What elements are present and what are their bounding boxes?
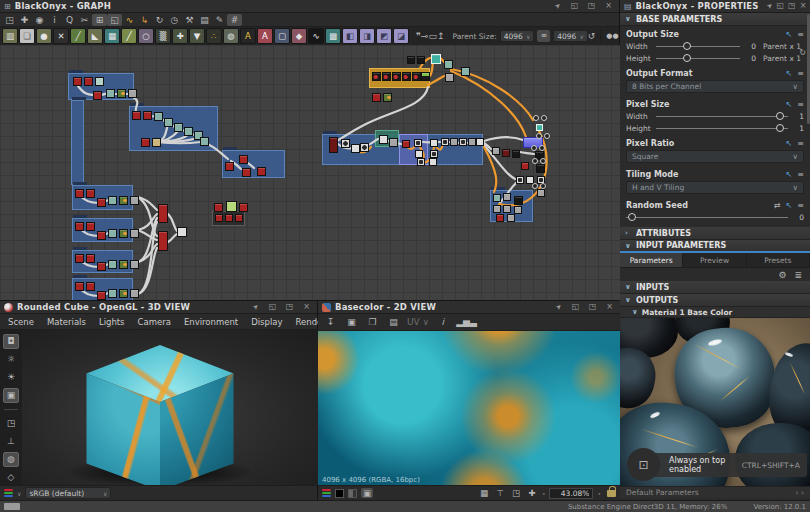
camera-view-icon[interactable]: ◘ [3, 334, 19, 349]
node-palette-icon[interactable]: ◨ [359, 28, 375, 44]
node-palette-icon[interactable]: ○ [138, 28, 154, 44]
graph-node[interactable] [450, 138, 458, 146]
graph-node[interactable] [93, 91, 102, 100]
graph-node[interactable] [174, 123, 183, 132]
graph-node[interactable] [235, 214, 243, 222]
snapshot-icon[interactable]: ▣ [3, 388, 19, 403]
node-palette-icon[interactable]: ∴ [206, 28, 222, 44]
output-format-dropdown[interactable]: 8 Bits per Channel ∨ [626, 80, 804, 93]
image-mode-icon[interactable]: ▤ [386, 316, 401, 328]
graph-node[interactable] [516, 176, 524, 184]
restore-icon[interactable]: ◱ [266, 301, 279, 313]
node-palette-icon[interactable]: ❏ [19, 28, 35, 44]
graph-node[interactable] [412, 72, 421, 81]
pan-icon[interactable]: ✚ [526, 488, 538, 498]
tab-presets[interactable]: Presets [747, 253, 810, 267]
graph-node[interactable] [177, 227, 187, 237]
section-base-parameters[interactable]: ∨ BASE PARAMETERS [620, 13, 810, 26]
view3d-viewport[interactable] [0, 330, 318, 486]
graph-node[interactable] [86, 222, 95, 231]
graph-node[interactable] [86, 254, 95, 263]
graph-node[interactable] [97, 262, 106, 271]
graph-node[interactable] [225, 162, 234, 171]
graph-node[interactable] [536, 124, 543, 131]
graph-node[interactable] [533, 115, 539, 121]
thumbnails-icon[interactable]: ▤ [197, 14, 212, 26]
graph-node[interactable] [503, 205, 511, 213]
graph-view-icon[interactable]: ⊞ [92, 14, 107, 26]
node-palette-icon[interactable]: ▥ [2, 28, 18, 44]
graph-node[interactable] [141, 138, 150, 147]
graph-node[interactable] [492, 147, 500, 155]
graph-node[interactable] [514, 206, 522, 214]
graph-node[interactable] [257, 167, 266, 176]
graph-node[interactable] [459, 138, 467, 146]
graph-canvas[interactable] [0, 45, 620, 300]
graph-node[interactable] [496, 214, 504, 222]
expose-parameter-icon[interactable]: ↖ [786, 30, 793, 39]
node-palette-icon[interactable]: ▩ [325, 28, 341, 44]
maximize-icon[interactable]: ◳ [283, 301, 296, 313]
graph-node[interactable] [512, 150, 520, 158]
graph-node[interactable] [382, 72, 391, 81]
graph-node[interactable] [341, 139, 350, 148]
material-base-color-header[interactable]: ∨ Material 1 Base Color [620, 307, 810, 318]
graph-node[interactable] [108, 289, 117, 298]
menu-scene[interactable]: Scene [8, 317, 34, 327]
node-palette-icon[interactable]: A [240, 28, 256, 44]
background-gray-swatch[interactable] [348, 489, 357, 498]
graph-node[interactable] [73, 77, 82, 86]
screenshot-camera-icon[interactable]: ◉ [32, 14, 47, 26]
graph-node[interactable] [154, 112, 163, 121]
graph-node[interactable] [130, 260, 139, 269]
paint-icon[interactable]: ✎ [212, 14, 227, 26]
histogram-icon[interactable]: ▂▅▃ [456, 316, 477, 328]
random-seed-value[interactable]: 0 [792, 213, 804, 222]
ruler-icon[interactable]: ⊤ [494, 488, 506, 498]
graph-node[interactable] [383, 93, 392, 102]
parameter-menu-icon[interactable]: ≡ [797, 201, 804, 210]
reset-size-icon[interactable]: ↺ [588, 30, 596, 42]
parent-size-height-select[interactable]: 4096∨ [553, 30, 588, 42]
node-palette-icon[interactable]: ◩ [376, 28, 392, 44]
close-icon[interactable]: × [602, 0, 615, 12]
elbow-link-icon[interactable]: ↳ [137, 14, 152, 26]
graph-node[interactable] [158, 231, 168, 251]
graph-node[interactable] [75, 189, 84, 198]
expose-parameter-icon[interactable]: ↖ [786, 69, 793, 78]
graph-node[interactable] [119, 196, 128, 205]
graph-node[interactable] [108, 260, 117, 269]
graph-node[interactable] [521, 162, 529, 170]
pin-icon[interactable]: ➤ [551, 0, 564, 12]
graph-node[interactable] [536, 164, 545, 173]
align-nodes-icon[interactable]: ●● [606, 30, 618, 42]
cut-link-icon[interactable]: ✂ [77, 14, 92, 26]
close-icon[interactable]: × [300, 301, 313, 313]
node-palette-icon[interactable]: ✕ [53, 28, 69, 44]
output-width-mode[interactable]: Parent x 1 [760, 42, 804, 51]
grid-snap-icon[interactable]: # [227, 14, 242, 26]
output-height-slider[interactable] [656, 54, 740, 62]
graph-node[interactable] [544, 133, 550, 139]
export-icon[interactable]: ↧ [323, 316, 338, 328]
parameter-menu-icon[interactable]: ≡ [797, 100, 804, 109]
graph-node[interactable] [108, 229, 117, 238]
graph-node[interactable] [242, 168, 251, 177]
light-icon[interactable]: ☼ [3, 352, 19, 367]
graph-node[interactable] [476, 138, 484, 146]
graph-node[interactable] [95, 77, 104, 86]
lock-icon[interactable] [607, 490, 616, 497]
link-size-icon[interactable]: ∞ [537, 30, 550, 42]
graph-node[interactable] [152, 138, 161, 147]
uv-select-icon[interactable]: UV ∨ [407, 316, 429, 328]
graph-node[interactable] [402, 72, 411, 81]
graph-node[interactable] [372, 93, 381, 102]
section-outputs[interactable]: ∨ OUTPUTS [620, 294, 810, 307]
graph-node[interactable] [430, 150, 438, 158]
graph-node[interactable] [415, 150, 423, 158]
restore-icon[interactable]: ◱ [569, 301, 582, 313]
graph-node[interactable] [503, 193, 511, 201]
parameter-menu-icon[interactable]: ≡ [797, 30, 804, 39]
graph-node[interactable] [536, 133, 542, 139]
menu-display[interactable]: Display [251, 317, 282, 327]
